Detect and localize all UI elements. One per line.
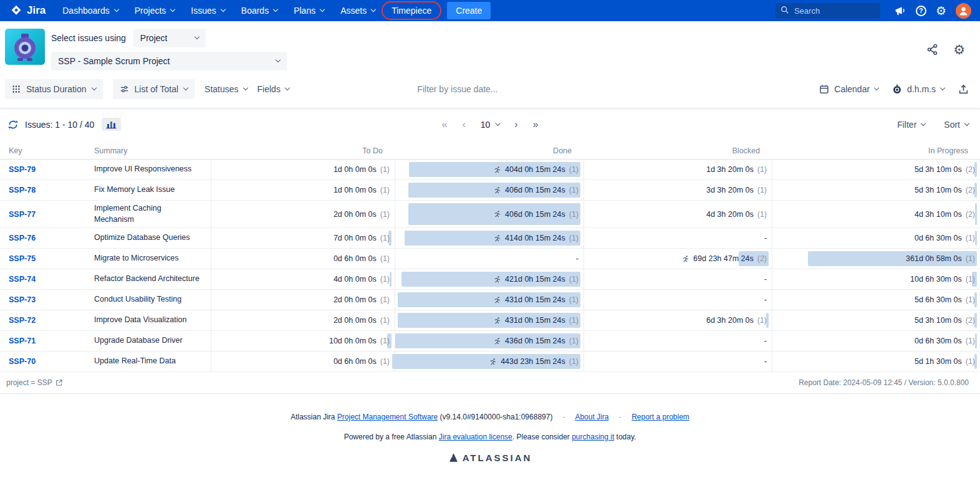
issue-key-link[interactable]: SSP-70	[9, 357, 36, 366]
key-cell: SSP-78	[0, 180, 94, 200]
create-button[interactable]: Create	[447, 2, 491, 19]
status-count: (1)	[966, 357, 975, 366]
page-size-dropdown[interactable]: 10	[481, 120, 500, 130]
duration-cell-done: 443d 23h 15m 24s(1)	[395, 351, 584, 371]
duration-cell-todo: 10d 0h 0m 0s(1)	[211, 331, 395, 351]
filter-dropdown[interactable]: Filter	[897, 120, 925, 130]
prev-page-button[interactable]: ‹	[462, 120, 465, 130]
report-problem-link[interactable]: Report a problem	[632, 413, 689, 421]
user-avatar[interactable]	[956, 3, 971, 19]
report-settings-gear-icon[interactable]: ⚙	[953, 43, 965, 56]
nav-item-assets[interactable]: Assets	[332, 0, 383, 21]
last-page-button[interactable]: »	[533, 120, 539, 130]
duration-cell-todo: 2d 0h 0m 0s(1)	[211, 201, 395, 227]
nav-item-projects[interactable]: Projects	[127, 0, 183, 21]
duration-value: -	[764, 234, 767, 242]
time-format-label: d.h.m.s	[907, 84, 936, 94]
refresh-icon[interactable]	[7, 119, 19, 130]
table-header-row: Key Summary To Do Done Blocked In Progre…	[0, 142, 980, 160]
issue-table: Key Summary To Do Done Blocked In Progre…	[0, 142, 980, 394]
issue-key-link[interactable]: SSP-76	[9, 234, 36, 242]
first-page-button[interactable]: «	[441, 120, 447, 130]
status-count: (2)	[966, 316, 975, 325]
status-count: (1)	[966, 275, 975, 284]
share-icon[interactable]	[926, 44, 938, 55]
duration-cell-todo: 1d 0h 0m 0s(1)	[211, 180, 395, 200]
duration-value: 0d 6h 0m 0s	[334, 357, 377, 366]
announcement-icon[interactable]	[895, 6, 906, 16]
issue-key-link[interactable]: SSP-78	[9, 186, 36, 194]
fields-label: Fields	[257, 84, 281, 94]
duration-text: 1d 0h 0m 0s(1)	[334, 165, 390, 174]
fields-dropdown[interactable]: Fields	[257, 84, 289, 94]
search-icon	[781, 6, 789, 14]
about-jira-link[interactable]: About Jira	[575, 413, 608, 421]
duration-value: 1d 0h 0m 0s	[334, 165, 377, 174]
issue-key-link[interactable]: SSP-74	[9, 275, 36, 284]
duration-bar	[975, 203, 977, 225]
issue-key-link[interactable]: SSP-79	[9, 165, 36, 174]
chart-view-button[interactable]	[102, 118, 121, 131]
report-type-dropdown[interactable]: Status Duration	[5, 79, 103, 99]
nav-item-boards[interactable]: Boards	[233, 0, 286, 21]
jira-logo[interactable]: Jira	[9, 4, 54, 17]
project-select-dropdown[interactable]: SSP - Sample Scrum Project	[51, 52, 287, 70]
time-format-dropdown[interactable]: d.h.m.s	[892, 84, 944, 94]
issue-key-link[interactable]: SSP-73	[9, 295, 36, 304]
help-icon[interactable]: ?	[916, 6, 926, 16]
issue-key-link[interactable]: SSP-75	[9, 254, 36, 263]
duration-value: 421d 0h 15m 24s	[505, 275, 565, 284]
issue-summary: Refactor Backend Architecture	[94, 271, 199, 287]
duration-cell-inprog: 5d 3h 10m 0s(2)	[772, 160, 980, 179]
issue-source-mode-dropdown[interactable]: Project	[133, 29, 206, 47]
running-status-icon	[493, 186, 501, 194]
duration-text: 4d 0h 0m 0s(1)	[334, 275, 390, 284]
duration-cell-done: 406d 0h 15m 24s(1)	[395, 201, 584, 227]
nav-item-timepiece[interactable]: Timepiece	[383, 0, 440, 21]
issue-key-link[interactable]: SSP-71	[9, 337, 36, 345]
chevron-down-icon	[273, 7, 278, 12]
duration-value: 1d 3h 20m 0s	[706, 165, 754, 174]
key-cell: SSP-72	[0, 310, 94, 330]
nav-item-issues[interactable]: Issues	[183, 0, 233, 21]
status-count: (1)	[757, 165, 767, 174]
chevron-down-icon	[114, 7, 119, 12]
duration-value: 443d 23h 15m 24s	[501, 357, 565, 366]
issue-date-filter-input[interactable]	[417, 84, 573, 94]
next-page-button[interactable]: ›	[514, 120, 517, 130]
calendar-dropdown[interactable]: Calendar	[819, 84, 878, 94]
summary-cell: Update Real-Time Data	[94, 351, 211, 371]
running-status-icon	[493, 166, 501, 174]
issue-key-link[interactable]: SSP-72	[9, 316, 36, 325]
purchase-link[interactable]: purchasing it	[572, 433, 614, 441]
issue-key-link[interactable]: SSP-77	[9, 210, 36, 219]
issue-table-body: SSP-79Improve UI Responsiveness1d 0h 0m …	[0, 160, 980, 372]
status-count: (1)	[569, 210, 579, 219]
duration-cell-blocked: 4d 3h 20m 0s(1)	[584, 201, 772, 227]
duration-text: 6d 3h 20m 0s(1)	[706, 316, 767, 325]
chevron-down-icon	[320, 7, 325, 12]
issue-summary: Conduct Usability Testing	[94, 292, 181, 308]
page-size-value: 10	[481, 120, 491, 130]
external-link-icon[interactable]	[55, 379, 63, 386]
summary-cell: Improve Data Visualization	[94, 310, 211, 330]
report-toolbar: Status Duration List of Total Statuses F…	[0, 75, 980, 108]
nav-item-plans[interactable]: Plans	[286, 0, 332, 21]
view-mode-dropdown[interactable]: List of Total	[113, 79, 195, 99]
sort-dropdown[interactable]: Sort	[944, 120, 969, 130]
search-input[interactable]	[776, 3, 880, 19]
summary-cell: Optimize Database Queries	[94, 228, 211, 248]
pms-link[interactable]: Project Management Software	[337, 413, 438, 421]
nav-item-label: Boards	[241, 6, 269, 16]
license-link[interactable]: Jira evaluation license	[439, 433, 512, 441]
chevron-down-icon	[371, 7, 376, 12]
footer-text: today.	[614, 433, 636, 441]
settings-gear-icon[interactable]: ⚙	[936, 5, 946, 17]
nav-item-dashboards[interactable]: Dashboards	[54, 0, 127, 21]
duration-cell-blocked: 3d 3h 20m 0s(1)	[584, 180, 772, 200]
export-icon[interactable]	[958, 84, 969, 95]
statuses-dropdown[interactable]: Statuses	[204, 84, 247, 94]
chevron-down-icon	[243, 85, 247, 90]
duration-value: 2d 0h 0m 0s	[334, 210, 377, 219]
summary-cell: Conduct Usability Testing	[94, 290, 211, 310]
